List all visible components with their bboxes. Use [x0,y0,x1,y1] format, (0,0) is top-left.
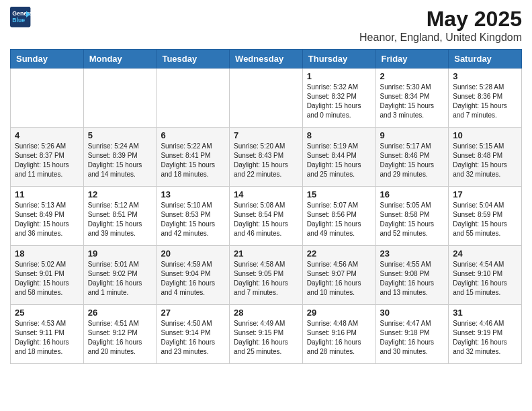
calendar-day-cell [83,68,157,128]
day-number: 31 [453,308,517,318]
calendar-day-cell: 1Sunrise: 5:32 AMSunset: 8:32 PMDaylight… [302,68,375,128]
day-number: 5 [88,130,152,140]
day-number: 24 [453,248,517,259]
day-number: 23 [380,248,445,259]
calendar-day-cell: 22Sunrise: 4:56 AMSunset: 9:07 PMDayligh… [302,246,375,305]
day-number: 26 [88,308,152,318]
calendar-day-cell: 21Sunrise: 4:58 AMSunset: 9:05 PMDayligh… [230,246,303,305]
svg-text:Blue: Blue [12,17,25,24]
page: General Blue May 2025 Heanor, England, U… [0,0,532,374]
day-number: 7 [234,130,298,140]
calendar-day-header: Friday [375,50,449,68]
title-section: May 2025 Heanor, England, United Kingdom [359,7,522,44]
calendar-day-cell: 15Sunrise: 5:07 AMSunset: 8:56 PMDayligh… [302,187,375,246]
day-info: Sunrise: 4:58 AMSunset: 9:05 PMDaylight:… [234,260,298,298]
calendar-week-row: 25Sunrise: 4:53 AMSunset: 9:11 PMDayligh… [11,305,522,364]
day-number: 11 [15,189,79,199]
calendar-day-cell [230,68,303,128]
day-info: Sunrise: 5:32 AMSunset: 8:32 PMDaylight:… [307,83,371,120]
day-info: Sunrise: 5:07 AMSunset: 8:56 PMDaylight:… [307,201,371,238]
calendar-table: SundayMondayTuesdayWednesdayThursdayFrid… [10,49,522,364]
day-info: Sunrise: 5:02 AMSunset: 9:01 PMDaylight:… [15,260,79,298]
month-title: May 2025 [359,7,522,32]
calendar-week-row: 11Sunrise: 5:13 AMSunset: 8:49 PMDayligh… [11,187,522,246]
day-info: Sunrise: 4:53 AMSunset: 9:11 PMDaylight:… [15,319,79,357]
day-info: Sunrise: 4:48 AMSunset: 9:16 PMDaylight:… [307,319,371,357]
calendar-day-header: Monday [83,50,157,68]
day-number: 19 [88,248,152,259]
day-number: 1 [307,71,371,81]
day-info: Sunrise: 5:17 AMSunset: 8:46 PMDaylight:… [380,142,445,179]
day-number: 27 [161,308,225,318]
calendar-day-cell: 6Sunrise: 5:22 AMSunset: 8:41 PMDaylight… [157,128,230,187]
calendar-day-cell: 5Sunrise: 5:24 AMSunset: 8:39 PMDaylight… [83,128,157,187]
calendar-day-cell: 2Sunrise: 5:30 AMSunset: 8:34 PMDaylight… [375,68,449,128]
calendar-day-cell: 13Sunrise: 5:10 AMSunset: 8:53 PMDayligh… [157,187,230,246]
day-info: Sunrise: 5:30 AMSunset: 8:34 PMDaylight:… [380,83,445,120]
calendar-day-cell: 29Sunrise: 4:48 AMSunset: 9:16 PMDayligh… [302,305,375,364]
calendar-day-cell: 18Sunrise: 5:02 AMSunset: 9:01 PMDayligh… [11,246,84,305]
day-number: 30 [380,308,445,318]
day-info: Sunrise: 5:28 AMSunset: 8:36 PMDaylight:… [453,83,517,120]
day-number: 6 [161,130,225,140]
calendar-day-cell: 28Sunrise: 4:49 AMSunset: 9:15 PMDayligh… [230,305,303,364]
calendar-week-row: 18Sunrise: 5:02 AMSunset: 9:01 PMDayligh… [11,246,522,305]
day-number: 20 [161,248,225,259]
day-info: Sunrise: 4:54 AMSunset: 9:10 PMDaylight:… [453,260,517,298]
day-info: Sunrise: 5:04 AMSunset: 8:59 PMDaylight:… [453,201,517,238]
day-number: 21 [234,248,298,259]
calendar-day-cell: 7Sunrise: 5:20 AMSunset: 8:43 PMDaylight… [230,128,303,187]
day-number: 14 [234,189,298,199]
day-info: Sunrise: 4:51 AMSunset: 9:12 PMDaylight:… [88,319,152,357]
logo: General Blue [10,7,32,28]
calendar-day-cell [11,68,84,128]
calendar-day-cell: 19Sunrise: 5:01 AMSunset: 9:02 PMDayligh… [83,246,157,305]
header: General Blue May 2025 Heanor, England, U… [10,7,522,44]
calendar-day-cell: 31Sunrise: 4:46 AMSunset: 9:19 PMDayligh… [449,305,522,364]
calendar-day-cell: 4Sunrise: 5:26 AMSunset: 8:37 PMDaylight… [11,128,84,187]
calendar-day-cell: 24Sunrise: 4:54 AMSunset: 9:10 PMDayligh… [449,246,522,305]
day-info: Sunrise: 4:46 AMSunset: 9:19 PMDaylight:… [453,319,517,357]
day-number: 10 [453,130,517,140]
day-info: Sunrise: 4:55 AMSunset: 9:08 PMDaylight:… [380,260,445,298]
day-number: 8 [307,130,371,140]
day-info: Sunrise: 4:47 AMSunset: 9:18 PMDaylight:… [380,319,445,357]
calendar-day-header: Saturday [449,50,522,68]
logo-icon: General Blue [10,7,32,28]
day-number: 29 [307,308,371,318]
calendar-day-header: Tuesday [157,50,230,68]
location: Heanor, England, United Kingdom [359,32,522,44]
calendar-day-cell: 17Sunrise: 5:04 AMSunset: 8:59 PMDayligh… [449,187,522,246]
calendar-day-cell: 30Sunrise: 4:47 AMSunset: 9:18 PMDayligh… [375,305,449,364]
day-number: 4 [15,130,79,140]
calendar-day-cell: 11Sunrise: 5:13 AMSunset: 8:49 PMDayligh… [11,187,84,246]
calendar-day-cell: 26Sunrise: 4:51 AMSunset: 9:12 PMDayligh… [83,305,157,364]
day-info: Sunrise: 5:19 AMSunset: 8:44 PMDaylight:… [307,142,371,179]
calendar-day-cell: 27Sunrise: 4:50 AMSunset: 9:14 PMDayligh… [157,305,230,364]
calendar-day-cell [157,68,230,128]
day-number: 3 [453,71,517,81]
day-info: Sunrise: 5:01 AMSunset: 9:02 PMDaylight:… [88,260,152,298]
calendar-day-cell: 25Sunrise: 4:53 AMSunset: 9:11 PMDayligh… [11,305,84,364]
day-info: Sunrise: 4:49 AMSunset: 9:15 PMDaylight:… [234,319,298,357]
day-info: Sunrise: 5:22 AMSunset: 8:41 PMDaylight:… [161,142,225,179]
day-info: Sunrise: 5:10 AMSunset: 8:53 PMDaylight:… [161,201,225,238]
day-info: Sunrise: 5:20 AMSunset: 8:43 PMDaylight:… [234,142,298,179]
day-number: 22 [307,248,371,259]
day-info: Sunrise: 5:15 AMSunset: 8:48 PMDaylight:… [453,142,517,179]
day-info: Sunrise: 5:08 AMSunset: 8:54 PMDaylight:… [234,201,298,238]
day-info: Sunrise: 5:12 AMSunset: 8:51 PMDaylight:… [88,201,152,238]
day-number: 13 [161,189,225,199]
day-number: 25 [15,308,79,318]
day-number: 9 [380,130,445,140]
calendar-day-header: Sunday [11,50,84,68]
calendar-day-cell: 16Sunrise: 5:05 AMSunset: 8:58 PMDayligh… [375,187,449,246]
day-number: 18 [15,248,79,259]
day-number: 12 [88,189,152,199]
day-number: 28 [234,308,298,318]
calendar-day-cell: 9Sunrise: 5:17 AMSunset: 8:46 PMDaylight… [375,128,449,187]
day-info: Sunrise: 4:50 AMSunset: 9:14 PMDaylight:… [161,319,225,357]
day-info: Sunrise: 4:59 AMSunset: 9:04 PMDaylight:… [161,260,225,298]
day-info: Sunrise: 5:24 AMSunset: 8:39 PMDaylight:… [88,142,152,179]
day-number: 17 [453,189,517,199]
